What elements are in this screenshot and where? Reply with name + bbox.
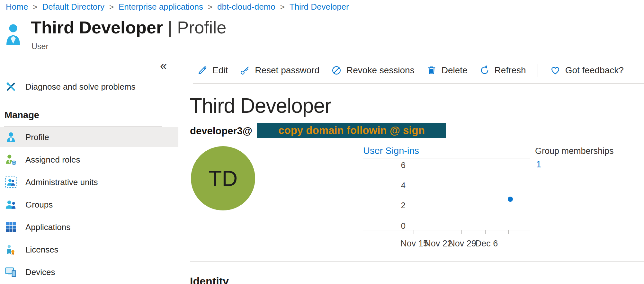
licenses-icon xyxy=(5,244,17,256)
sidebar-item-assigned-roles[interactable]: Assigned roles xyxy=(0,150,178,170)
reset-password-label: Reset password xyxy=(255,65,319,75)
administrative-units-icon xyxy=(5,176,17,188)
sidebar-item-diagnose[interactable]: Diagnose and solve problems xyxy=(0,77,178,97)
x-axis-line xyxy=(363,230,530,230)
edit-button[interactable]: Edit xyxy=(197,65,228,76)
sidebar-collapse-button[interactable]: « xyxy=(160,60,167,72)
x-axis-tick xyxy=(461,230,462,234)
x-axis-tick xyxy=(414,230,414,234)
breadcrumb-item-third-developer[interactable]: Third Developer xyxy=(290,2,349,12)
edit-label: Edit xyxy=(212,65,228,75)
revoke-sessions-button[interactable]: Revoke sessions xyxy=(331,65,415,76)
x-axis-tick xyxy=(438,230,438,234)
sidebar-item-label: Profile xyxy=(25,132,49,142)
x-axis-tick xyxy=(508,230,509,234)
signin-chart-title-divider xyxy=(363,158,530,158)
block-icon xyxy=(331,65,342,76)
sidebar-item-label: Applications xyxy=(25,222,70,232)
sidebar-item-administrative-units[interactable]: Administrative units xyxy=(0,172,178,192)
applications-grid-icon xyxy=(5,221,17,233)
identity-section-heading: Identity xyxy=(190,275,229,284)
sidebar-item-label: Licenses xyxy=(25,245,58,255)
breadcrumb-separator: > xyxy=(109,3,114,12)
profile-name-heading: Third Developer xyxy=(190,94,331,118)
profile-person-icon xyxy=(5,131,17,143)
heart-icon xyxy=(550,65,561,76)
assigned-roles-icon xyxy=(5,154,17,166)
key-icon xyxy=(239,65,250,76)
avatar: TD xyxy=(191,146,255,210)
user-profile-page: Home > Default Directory > Enterprise ap… xyxy=(0,0,644,284)
sidebar-item-label: Administrative units xyxy=(25,177,98,187)
refresh-button[interactable]: Refresh xyxy=(479,65,526,76)
refresh-icon xyxy=(479,65,490,76)
y-axis-tick-label: 6 xyxy=(363,160,406,170)
group-memberships-value-link[interactable]: 1 xyxy=(536,159,541,170)
y-axis-tick-label: 4 xyxy=(363,181,406,191)
toolbar-divider xyxy=(193,83,644,84)
sidebar-item-profile[interactable]: Profile xyxy=(0,127,178,147)
toolbar-separator xyxy=(538,64,538,77)
delete-button[interactable]: Delete xyxy=(426,65,468,76)
page-title: Third Developer | Profile xyxy=(31,17,226,37)
delete-label: Delete xyxy=(442,65,468,75)
sidebar-item-groups[interactable]: Groups xyxy=(0,195,178,215)
breadcrumb-item-enterprise-applications[interactable]: Enterprise applications xyxy=(119,2,203,12)
avatar-initials: TD xyxy=(209,166,238,191)
diagnose-tools-icon xyxy=(5,81,17,93)
sidebar-section-divider xyxy=(4,126,162,127)
breadcrumb-item-dbt-cloud-demo[interactable]: dbt-cloud-demo xyxy=(217,2,275,12)
page-title-divider: | xyxy=(168,18,172,37)
sidebar-item-label: Devices xyxy=(25,267,55,277)
breadcrumb-separator: > xyxy=(208,3,212,12)
sidebar-item-label: Groups xyxy=(25,200,53,210)
signin-data-point xyxy=(508,197,513,202)
group-memberships-label: Group memberships xyxy=(535,146,614,156)
command-bar: Edit Reset password Revoke sessions Dele… xyxy=(197,62,624,78)
y-axis-tick-label: 2 xyxy=(363,200,406,210)
groups-icon xyxy=(5,199,17,211)
page-title-section: Profile xyxy=(177,18,226,37)
user-avatar-icon xyxy=(6,24,21,45)
user-email-prefix: developer3@ xyxy=(190,125,252,137)
revoke-sessions-label: Revoke sessions xyxy=(346,65,415,75)
sidebar-item-label: Diagnose and solve problems xyxy=(25,82,136,92)
breadcrumb-item-home[interactable]: Home xyxy=(6,2,28,12)
section-divider xyxy=(190,262,644,262)
sidebar-item-licenses[interactable]: Licenses xyxy=(0,240,178,260)
sidebar-item-devices[interactable]: Devices xyxy=(0,262,178,282)
feedback-label: Got feedback? xyxy=(565,65,624,75)
breadcrumb-separator: > xyxy=(33,3,37,12)
reset-password-button[interactable]: Reset password xyxy=(239,65,319,76)
x-axis-tick xyxy=(485,230,486,234)
breadcrumb-item-default-directory[interactable]: Default Directory xyxy=(42,2,104,12)
redacted-domain-overlay: copy domain followin @ sign xyxy=(257,123,446,138)
breadcrumb: Home > Default Directory > Enterprise ap… xyxy=(6,2,349,12)
devices-icon xyxy=(5,266,17,278)
page-subtitle: User xyxy=(31,42,49,51)
refresh-label: Refresh xyxy=(495,65,526,75)
feedback-button[interactable]: Got feedback? xyxy=(550,65,624,76)
signin-chart: User Sign-ins 6 4 2 0 Nov 15 Nov 22 Nov … xyxy=(363,140,537,251)
trash-icon xyxy=(426,65,437,76)
page-title-name: Third Developer xyxy=(31,18,163,37)
sidebar-item-applications[interactable]: Applications xyxy=(0,217,178,237)
sidebar-section-manage: Manage xyxy=(4,110,39,120)
breadcrumb-separator: > xyxy=(280,3,285,12)
signin-chart-title-link[interactable]: User Sign-ins xyxy=(363,146,419,156)
x-axis-tick-label: Dec 6 xyxy=(469,239,504,249)
sidebar-item-label: Assigned roles xyxy=(25,155,80,165)
pencil-icon xyxy=(197,65,208,76)
